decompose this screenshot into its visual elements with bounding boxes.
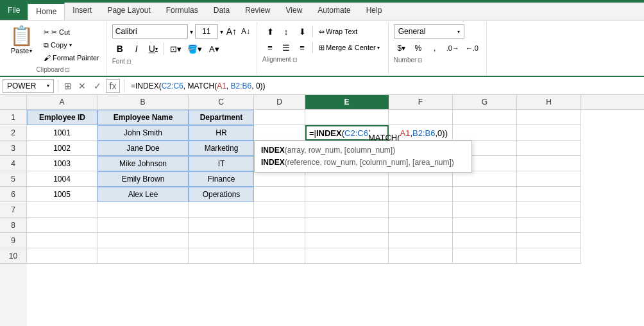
bottom-align-button[interactable]: ⬇ <box>294 24 310 39</box>
cell-D7[interactable] <box>254 202 305 218</box>
cell-F10[interactable] <box>389 248 453 264</box>
cell-D9[interactable] <box>254 233 305 248</box>
tab-page-layout[interactable]: Page Layout <box>99 3 158 20</box>
row-num-1[interactable]: 1 <box>0 110 27 125</box>
cell-G5[interactable] <box>453 171 517 187</box>
cell-A8[interactable] <box>27 218 97 233</box>
cell-E5[interactable] <box>305 171 389 187</box>
cell-A2[interactable]: 1001 <box>27 125 97 141</box>
cell-C9[interactable] <box>189 233 254 248</box>
cell-F9[interactable] <box>389 233 453 248</box>
font-dialog-icon[interactable]: ⊡ <box>126 58 131 65</box>
top-align-button[interactable]: ⬆ <box>262 24 278 39</box>
cell-A3[interactable]: 1002 <box>27 141 97 156</box>
font-size-dropdown[interactable]: ▾ <box>220 28 223 35</box>
fill-color-button[interactable]: 🪣▾ <box>186 41 204 56</box>
cell-B9[interactable] <box>97 233 189 248</box>
cell-E8[interactable] <box>305 218 389 233</box>
tab-help[interactable]: Help <box>359 3 390 20</box>
right-align-button[interactable]: ≡ <box>294 40 310 55</box>
cell-F8[interactable] <box>389 218 453 233</box>
cell-C3[interactable]: Marketing <box>189 141 254 156</box>
cell-C8[interactable] <box>189 218 254 233</box>
cell-B7[interactable] <box>97 202 189 218</box>
clipboard-dialog-icon[interactable]: ⊡ <box>65 67 70 73</box>
cell-G6[interactable] <box>453 187 517 202</box>
cell-A6[interactable]: 1005 <box>27 187 97 202</box>
cell-A10[interactable] <box>27 248 97 264</box>
row-num-8[interactable]: 8 <box>0 218 27 233</box>
cell-D5[interactable] <box>254 171 305 187</box>
merge-center-button[interactable]: ⊞ Merge & Center ▾ <box>316 42 383 54</box>
italic-button[interactable]: I <box>129 41 144 56</box>
cell-A1[interactable]: Employee ID <box>27 110 97 125</box>
row-num-6[interactable]: 6 <box>0 187 27 202</box>
cell-H4[interactable] <box>517 156 581 171</box>
underline-button[interactable]: U ▾ <box>146 41 161 56</box>
cell-A7[interactable] <box>27 202 97 218</box>
tab-formulas[interactable]: Formulas <box>158 3 206 20</box>
cell-B10[interactable] <box>97 248 189 264</box>
cell-E10[interactable] <box>305 248 389 264</box>
row-num-3[interactable]: 3 <box>0 141 27 156</box>
col-header-E[interactable]: E <box>305 95 389 109</box>
cell-A9[interactable] <box>27 233 97 248</box>
cell-G8[interactable] <box>453 218 517 233</box>
cell-C7[interactable] <box>189 202 254 218</box>
cell-A5[interactable]: 1004 <box>27 171 97 187</box>
cell-E9[interactable] <box>305 233 389 248</box>
cell-C6[interactable]: Operations <box>189 187 254 202</box>
increase-font-size-button[interactable]: A↑ <box>225 26 238 37</box>
paste-button[interactable]: 📋 Paste ▾ <box>4 23 39 66</box>
tab-home[interactable]: Home <box>28 3 65 20</box>
cell-C2[interactable]: HR <box>189 125 254 141</box>
cell-G1[interactable] <box>453 110 517 125</box>
cell-B4[interactable]: Mike Johnson <box>97 156 189 171</box>
number-format-selector[interactable]: General ▾ <box>394 24 464 39</box>
cell-D2[interactable] <box>254 125 305 141</box>
insert-function-button[interactable]: fx <box>106 79 120 93</box>
font-size-input[interactable] <box>195 24 218 39</box>
cell-E2[interactable]: =|INDEX(C2:C6, MATCH(A1, B2:B6, 0)) <box>305 125 389 141</box>
col-header-G[interactable]: G <box>453 95 517 109</box>
tab-insert[interactable]: Insert <box>65 3 99 20</box>
cell-D1[interactable] <box>254 110 305 125</box>
increase-decimal-button[interactable]: .0→ <box>444 41 462 55</box>
row-num-10[interactable]: 10 <box>0 248 27 264</box>
col-header-D[interactable]: D <box>254 95 305 109</box>
cell-B1[interactable]: Employee Name <box>97 110 189 125</box>
cell-H7[interactable] <box>517 202 581 218</box>
wrap-text-button[interactable]: ⇔ Wrap Text <box>316 26 360 38</box>
tab-automate[interactable]: Automate <box>310 3 358 20</box>
cell-G7[interactable] <box>453 202 517 218</box>
comma-button[interactable]: , <box>427 41 443 55</box>
tab-file[interactable]: File <box>0 3 28 20</box>
cell-B8[interactable] <box>97 218 189 233</box>
cell-E6[interactable] <box>305 187 389 202</box>
cell-H1[interactable] <box>517 110 581 125</box>
cell-B5[interactable]: Emily Brown <box>97 171 189 187</box>
name-box[interactable]: POWER ▾ <box>3 79 54 93</box>
col-header-F[interactable]: F <box>389 95 453 109</box>
cell-H3[interactable] <box>517 141 581 156</box>
cell-A4[interactable]: 1003 <box>27 156 97 171</box>
tab-review[interactable]: Review <box>237 3 278 20</box>
cell-D6[interactable] <box>254 187 305 202</box>
cell-C1[interactable]: Department <box>189 110 254 125</box>
cell-H2[interactable] <box>517 125 581 141</box>
row-num-5[interactable]: 5 <box>0 171 27 187</box>
cell-H10[interactable] <box>517 248 581 264</box>
row-num-2[interactable]: 2 <box>0 125 27 141</box>
col-header-B[interactable]: B <box>97 95 189 109</box>
cell-H9[interactable] <box>517 233 581 248</box>
decrease-decimal-button[interactable]: ←.0 <box>463 41 481 55</box>
cell-C10[interactable] <box>189 248 254 264</box>
cell-C5[interactable]: Finance <box>189 171 254 187</box>
accounting-button[interactable]: $▾ <box>394 41 409 55</box>
decrease-font-size-button[interactable]: A↓ <box>240 27 251 36</box>
format-painter-button[interactable]: 🖌 Format Painter <box>40 52 103 64</box>
cancel-formula-button[interactable]: ✕ <box>75 79 89 93</box>
cell-B6[interactable]: Alex Lee <box>97 187 189 202</box>
col-header-C[interactable]: C <box>189 95 254 109</box>
cell-F7[interactable] <box>389 202 453 218</box>
